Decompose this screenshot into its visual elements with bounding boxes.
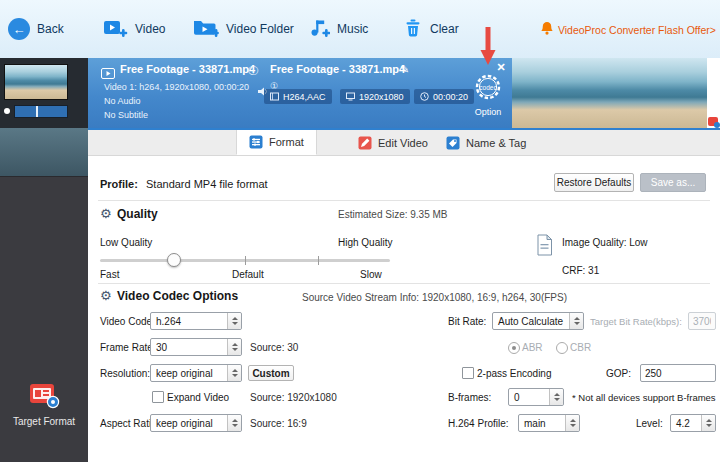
sidebar-thumbnail-fragment: [0, 128, 88, 177]
aspect-ratio-select[interactable]: keep original: [150, 414, 242, 432]
quality-slider[interactable]: [100, 254, 390, 266]
format-tab-icon: [249, 135, 263, 149]
bitrate-label: Bit Rate:: [448, 316, 486, 327]
target-format-label: Target Format: [0, 416, 88, 427]
two-pass-label: 2-pass Encoding: [477, 368, 552, 379]
video-folder-icon: [193, 18, 219, 41]
annotation-arrow-icon: [480, 26, 496, 66]
back-label: Back: [37, 22, 64, 36]
divider: [98, 283, 710, 284]
abr-label: ABR: [522, 342, 543, 353]
video-thumbnail[interactable]: [4, 64, 68, 100]
rename-pencil-icon[interactable]: ✎: [400, 63, 409, 76]
right-edge-strip: [707, 58, 720, 128]
h264-profile-label: H.264 Profile:: [448, 418, 509, 429]
gop-label: GOP:: [606, 368, 631, 379]
aspect-ratio-source: Source: 16:9: [250, 418, 307, 429]
bframes-label: B-frames:: [448, 392, 491, 403]
resolution-label: Resolution:: [100, 368, 150, 379]
spinner-icon: [549, 389, 563, 405]
two-pass-checkbox[interactable]: [462, 367, 474, 379]
resolution-select[interactable]: keep original: [150, 364, 242, 382]
profile-label: Profile:: [100, 178, 138, 190]
target-format-icon: [28, 382, 60, 409]
video-list-row: Free Footage - 33871.mp4 ⓘ Free Footage …: [0, 58, 720, 128]
video-codec-select[interactable]: h.264: [150, 312, 242, 330]
frame-rate-select[interactable]: 30: [150, 338, 242, 356]
bframes-select[interactable]: 0: [508, 388, 564, 406]
target-format-button[interactable]: Target Format: [0, 382, 88, 427]
cbr-radio: [556, 342, 568, 354]
resolution-chip: 1920x1080: [340, 89, 410, 104]
video-label: Video: [135, 22, 165, 36]
trash-icon: [403, 18, 423, 41]
bframes-note: * Not all devices support B-frames: [572, 392, 716, 403]
target-bitrate-input: [688, 312, 716, 330]
next-video-preview[interactable]: [512, 58, 707, 128]
bitrate-select[interactable]: Auto Calculate: [492, 312, 584, 330]
video-timeline: [4, 104, 84, 118]
film-badge-icon: [101, 65, 115, 83]
video-title: Free Footage - 33871.mp4: [120, 63, 255, 75]
high-quality-label: High Quality: [338, 237, 392, 248]
codec-options-title: Video Codec Options: [117, 289, 238, 303]
image-quality-doc-icon: [536, 234, 553, 260]
back-icon: ←: [8, 18, 30, 40]
option-label: Option: [468, 107, 508, 117]
spinner-icon: [227, 313, 241, 329]
quality-gear-icon: ⚙: [100, 207, 112, 220]
edit-video-tab-icon: [358, 136, 372, 150]
add-video-button[interactable]: Video: [103, 14, 165, 44]
spinner-icon: [565, 415, 579, 431]
tab-format[interactable]: Format: [236, 130, 317, 155]
abr-radio: [508, 342, 520, 354]
profile-value: Standard MP4 file format: [146, 178, 268, 190]
clear-label: Clear: [430, 22, 459, 36]
offer-label: VideoProc Converter Flash Offer>: [558, 24, 716, 36]
low-quality-label: Low Quality: [100, 237, 152, 248]
tab-edit-video-label: Edit Video: [378, 137, 428, 149]
videoproc-converter-window: ← Back Video Video Folder Music Cl: [0, 0, 720, 462]
fast-label: Fast: [100, 269, 119, 280]
add-music-button[interactable]: Music: [308, 14, 368, 44]
divider: [98, 200, 710, 201]
restore-defaults-button[interactable]: Restore Defaults: [554, 173, 634, 192]
video-folder-label: Video Folder: [226, 22, 294, 36]
flash-offer-link[interactable]: VideoProc Converter Flash Offer>: [540, 21, 716, 38]
video-icon: [103, 18, 128, 41]
slider-handle[interactable]: [167, 253, 181, 267]
gop-input[interactable]: [640, 364, 716, 382]
svg-text:codec: codec: [479, 84, 497, 91]
name-tag-tab-icon: [446, 136, 460, 150]
frame-rate-source: Source: 30: [250, 342, 298, 353]
codec-chip-icon: [270, 92, 279, 101]
tab-name-tag[interactable]: Name & Tag: [434, 130, 538, 155]
image-quality-value: Image Quality: Low: [562, 237, 648, 248]
level-select[interactable]: 4.2: [670, 414, 716, 432]
custom-resolution-button[interactable]: Custom: [248, 365, 294, 381]
music-icon: [308, 18, 330, 41]
add-video-folder-button[interactable]: Video Folder: [193, 14, 294, 44]
spinner-icon: [701, 415, 715, 431]
resolution-source: Source: 1920x1080: [250, 392, 337, 403]
timeline-bar[interactable]: [14, 105, 68, 118]
target-bitrate-label: Target Bit Rate(kbps):: [590, 316, 682, 327]
spinner-icon: [569, 313, 583, 329]
tab-name-tag-label: Name & Tag: [466, 137, 526, 149]
info-icon[interactable]: ⓘ: [248, 64, 258, 78]
spinner-icon: [227, 339, 241, 355]
h264-profile-select[interactable]: main: [518, 414, 580, 432]
estimated-size: Estimated Size: 9.35 MB: [338, 209, 448, 220]
tab-format-label: Format: [269, 136, 304, 148]
tab-edit-video[interactable]: Edit Video: [346, 130, 440, 155]
save-as-button: Save as...: [640, 173, 706, 192]
clear-button[interactable]: Clear: [403, 14, 459, 44]
level-label: Level:: [636, 418, 663, 429]
expand-video-label: Expand Video: [167, 392, 229, 403]
back-button[interactable]: ← Back: [8, 14, 64, 44]
codec-option-button[interactable]: codec Option: [468, 72, 508, 117]
codec-chip: H264,AAC: [264, 89, 332, 104]
expand-video-checkbox[interactable]: [152, 391, 164, 403]
music-label: Music: [337, 22, 368, 36]
crf-value: CRF: 31: [562, 265, 599, 276]
